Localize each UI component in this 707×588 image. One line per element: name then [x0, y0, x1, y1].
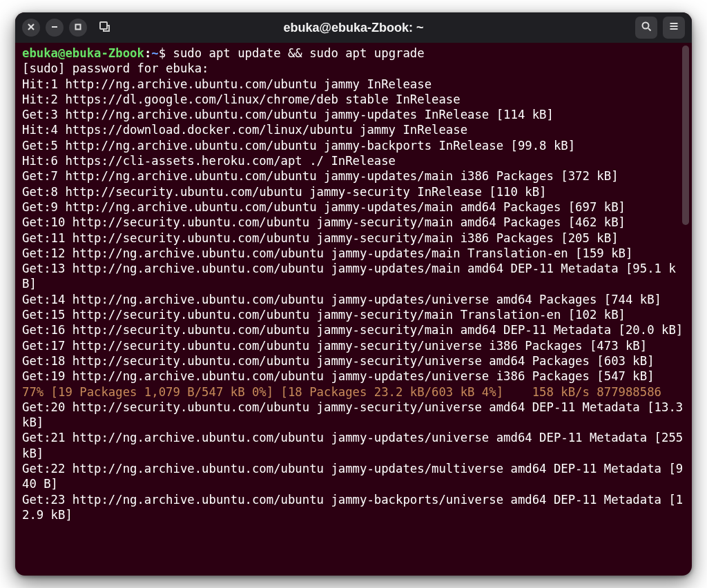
hamburger-icon [668, 21, 679, 35]
output-line: Get:20 http://security.ubuntu.com/ubuntu… [22, 400, 690, 429]
scrollbar-thumb[interactable] [682, 46, 689, 225]
svg-rect-1 [100, 22, 107, 29]
output-line: Get:8 http://security.ubuntu.com/ubuntu … [22, 185, 547, 199]
prompt-symbol: $ [159, 46, 173, 60]
menu-button[interactable] [663, 17, 685, 39]
minimize-icon [50, 23, 59, 33]
output-line: Get:14 http://ng.archive.ubuntu.com/ubun… [22, 293, 661, 306]
output-line: Get:23 http://ng.archive.ubuntu.com/ubun… [22, 493, 683, 522]
prompt-separator: : [144, 46, 151, 60]
svg-rect-0 [76, 24, 81, 29]
output-line: Get:7 http://ng.archive.ubuntu.com/ubunt… [22, 169, 619, 183]
terminal-body[interactable]: ebuka@ebuka-Zbook:~$ sudo apt update && … [15, 43, 692, 576]
output-line: Get:19 http://ng.archive.ubuntu.com/ubun… [22, 369, 655, 383]
output-line: Get:16 http://security.ubuntu.com/ubuntu… [22, 323, 683, 337]
output-line: Get:15 http://security.ubuntu.com/ubuntu… [22, 308, 626, 322]
output-line: Get:5 http://ng.archive.ubuntu.com/ubunt… [22, 139, 575, 153]
new-tab-icon [99, 21, 110, 35]
window-controls [15, 19, 87, 37]
terminal-text-area[interactable]: ebuka@ebuka-Zbook:~$ sudo apt update && … [15, 43, 692, 576]
minimize-button[interactable] [46, 19, 64, 37]
output-line: Hit:1 http://ng.archive.ubuntu.com/ubunt… [22, 77, 432, 91]
prompt-path: ~ [151, 46, 158, 60]
maximize-icon [74, 23, 82, 33]
output-line: Get:13 http://ng.archive.ubuntu.com/ubun… [22, 262, 676, 291]
output-line: Get:10 http://security.ubuntu.com/ubuntu… [22, 215, 626, 229]
search-icon [641, 21, 652, 35]
search-button[interactable] [635, 17, 657, 39]
output-line: Get:17 http://security.ubuntu.com/ubuntu… [22, 339, 647, 353]
output-line: Get:21 http://ng.archive.ubuntu.com/ubun… [22, 431, 690, 460]
output-line: Get:3 http://ng.archive.ubuntu.com/ubunt… [22, 108, 554, 121]
close-button[interactable] [22, 19, 40, 37]
output-line: Get:22 http://ng.archive.ubuntu.com/ubun… [22, 462, 683, 491]
output-line: [sudo] password for ebuka: [22, 61, 209, 75]
close-icon [27, 23, 35, 33]
apt-progress-line: 77% [19 Packages 1,079 B/547 kB 0%] [18 … [22, 385, 661, 399]
output-line: Get:18 http://security.ubuntu.com/ubuntu… [22, 354, 655, 368]
output-line: Hit:6 https://cli-assets.heroku.com/apt … [22, 154, 396, 168]
window-title: ebuka@ebuka-Zbook: ~ [15, 21, 692, 35]
titlebar-right [635, 17, 692, 39]
output-line: Get:12 http://ng.archive.ubuntu.com/ubun… [22, 246, 632, 260]
prompt-command: sudo apt update && sudo apt upgrade [173, 46, 425, 60]
titlebar: ebuka@ebuka-Zbook: ~ [15, 12, 692, 43]
output-line: Hit:4 https://download.docker.com/linux/… [22, 123, 467, 137]
output-line: Get:11 http://security.ubuntu.com/ubuntu… [22, 231, 619, 245]
terminal-window: ebuka@ebuka-Zbook: ~ ebuka@ebuka-Zbook:~… [15, 12, 692, 576]
svg-point-2 [643, 23, 649, 29]
output-line: Get:9 http://ng.archive.ubuntu.com/ubunt… [22, 200, 626, 214]
new-tab-button[interactable] [94, 17, 115, 38]
maximize-button[interactable] [69, 19, 87, 37]
output-line: Hit:2 https://dl.google.com/linux/chrome… [22, 92, 461, 106]
prompt-user-host: ebuka@ebuka-Zbook [22, 46, 144, 60]
